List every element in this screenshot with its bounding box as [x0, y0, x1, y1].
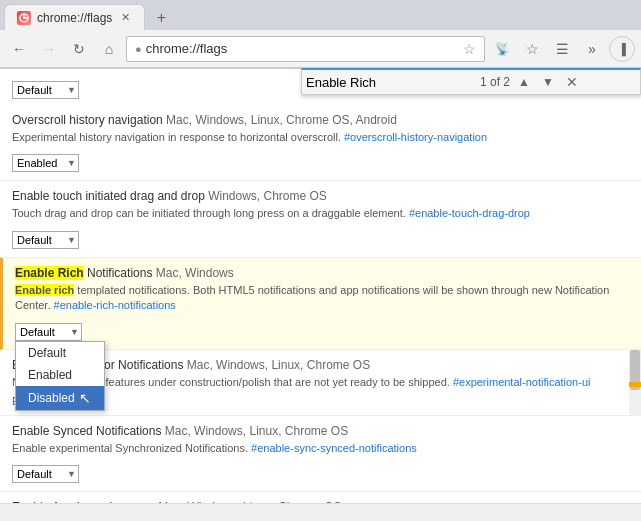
address-input[interactable]: chrome://flags — [146, 41, 459, 56]
reload-button[interactable]: ↻ — [66, 36, 92, 62]
menu-button[interactable]: ☰ — [549, 36, 575, 62]
flag-title-rich-notifications: Enable Rich Notifications Mac, Windows — [15, 266, 629, 280]
flag-desc-rich-notifications: Enable rich templated notifications. Bot… — [15, 283, 629, 314]
cast-button[interactable]: 📡 — [489, 36, 515, 62]
tab-favicon — [17, 11, 31, 25]
flag-link-synced-notifications[interactable]: #enable-sync-synced-notifications — [251, 442, 417, 454]
new-tab-button[interactable]: + — [149, 6, 173, 30]
active-tab[interactable]: chrome://flags ✕ — [4, 4, 145, 30]
flag-item-touch-drag: Enable touch initiated drag and drop Win… — [0, 181, 641, 257]
forward-button[interactable]: → — [36, 36, 62, 62]
flag-item-overscroll: Overscroll history navigation Mac, Windo… — [0, 105, 641, 181]
home-button[interactable]: ⌂ — [96, 36, 122, 62]
search-bar: Enable Rich 1 of 2 ▲ ▼ ✕ — [301, 68, 641, 95]
address-bar-icon: ● — [135, 43, 142, 55]
rich-notifications-dropdown-menu: Default Enabled Disabled ↖ — [15, 341, 105, 411]
tab-close-button[interactable]: ✕ — [118, 11, 132, 25]
scroll-highlight — [629, 382, 641, 387]
dropdown-option-enabled[interactable]: Enabled — [16, 364, 104, 386]
tab-bar: chrome://flags ✕ + — [0, 0, 641, 30]
touch-drag-select-wrapper: Default Enabled Disabled ▼ — [12, 231, 79, 249]
address-bar[interactable]: ● chrome://flags ☆ — [126, 36, 485, 62]
touch-drag-select[interactable]: Default Enabled Disabled — [12, 231, 79, 249]
overscroll-select[interactable]: Default Enabled Disabled — [12, 154, 79, 172]
flag-desc-highlight: Enable rich — [15, 284, 74, 296]
browser-frame: chrome://flags ✕ + ← → ↻ ⌂ ● chrome://fl… — [0, 0, 641, 521]
search-input[interactable]: Enable Rich — [306, 75, 476, 90]
search-count: 1 of 2 — [480, 75, 510, 89]
synced-select[interactable]: Default Enabled Disabled — [12, 465, 79, 483]
flag-item-app-launcher: Enable App Launcher sync Mac, Windows, L… — [0, 492, 641, 503]
synced-select-wrapper: Default Enabled Disabled ▼ — [12, 465, 79, 483]
flag-title-highlight: Enable Rich — [15, 266, 84, 280]
rich-notifications-dropdown-open: Default Enabled Disabled ▼ Default Enabl… — [15, 319, 629, 341]
flag-desc-synced-notifications: Enable experimental Synchronized Notific… — [12, 441, 629, 456]
flag-link-touch-drag[interactable]: #enable-touch-drag-drop — [409, 207, 530, 219]
flag-title-touch-drag: Enable touch initiated drag and drop Win… — [12, 189, 629, 203]
sidebar-button[interactable]: ▐ — [609, 36, 635, 62]
flag-item-rich-notifications: Enable Rich Notifications Mac, Windows E… — [0, 258, 641, 350]
dropdown-option-default[interactable]: Default — [16, 342, 104, 364]
flag-link-notification-ui[interactable]: #experimental-notification-ui — [453, 376, 591, 388]
flag-link-overscroll[interactable]: #overscroll-history-navigation — [344, 131, 487, 143]
top-select-wrapper: Default Enabled Disabled ▼ — [12, 81, 79, 99]
dropdown-option-disabled[interactable]: Disabled ↖ — [16, 386, 104, 410]
flag-title-overscroll: Overscroll history navigation Mac, Windo… — [12, 113, 629, 127]
flag-title-synced-notifications: Enable Synced Notifications Mac, Windows… — [12, 424, 629, 438]
tab-title: chrome://flags — [37, 11, 112, 25]
flag-desc-overscroll: Experimental history navigation in respo… — [12, 130, 629, 145]
cursor-indicator: ↖ — [79, 390, 91, 406]
more-button[interactable]: » — [579, 36, 605, 62]
rich-notifications-select-wrapper: Default Enabled Disabled ▼ — [15, 323, 82, 341]
search-up-button[interactable]: ▲ — [514, 73, 534, 91]
flag-item-synced-notifications: Enable Synced Notifications Mac, Windows… — [0, 416, 641, 492]
overscroll-select-wrapper: Default Enabled Disabled ▼ — [12, 154, 79, 172]
flags-content-area: Default Enabled Disabled ▼ Overscroll hi… — [0, 68, 641, 503]
search-close-button[interactable]: ✕ — [562, 72, 582, 92]
star-icon: ☆ — [463, 41, 476, 57]
status-bar — [0, 503, 641, 521]
flag-title-app-launcher: Enable App Launcher sync Mac, Windows, L… — [12, 500, 629, 503]
nav-bar: ← → ↻ ⌂ ● chrome://flags ☆ 📡 ☆ ☰ » ▐ — [0, 30, 641, 68]
scroll-bar-notification[interactable] — [629, 350, 641, 415]
search-down-button[interactable]: ▼ — [538, 73, 558, 91]
bookmark-button[interactable]: ☆ — [519, 36, 545, 62]
rich-notifications-select[interactable]: Default Enabled Disabled — [15, 323, 82, 341]
back-button[interactable]: ← — [6, 36, 32, 62]
top-default-select[interactable]: Default Enabled Disabled — [12, 81, 79, 99]
flag-desc-touch-drag: Touch drag and drop can be initiated thr… — [12, 206, 629, 221]
flag-link-rich-notifications[interactable]: #enable-rich-notifications — [54, 299, 176, 311]
